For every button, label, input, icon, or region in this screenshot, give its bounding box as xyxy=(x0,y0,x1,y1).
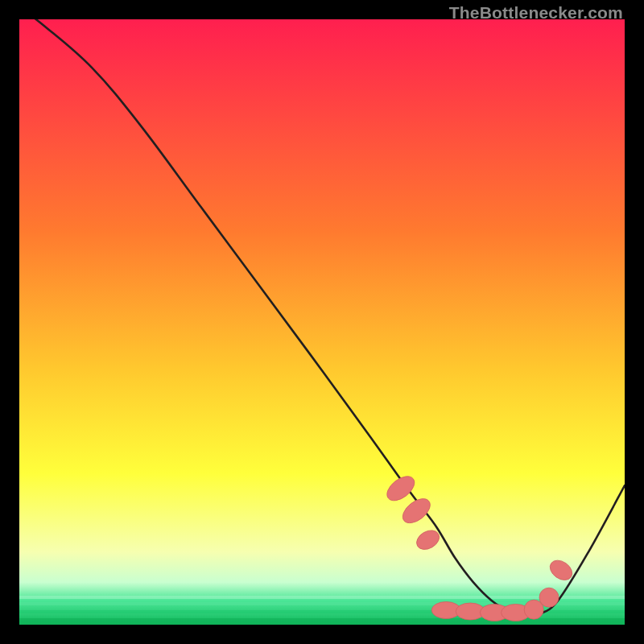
chart-frame xyxy=(19,19,625,625)
chart-svg xyxy=(19,19,625,625)
watermark-text: TheBottlenecker.com xyxy=(449,3,623,23)
gradient-background xyxy=(19,19,625,625)
curve-marker xyxy=(539,588,559,607)
svg-rect-0 xyxy=(19,596,625,599)
